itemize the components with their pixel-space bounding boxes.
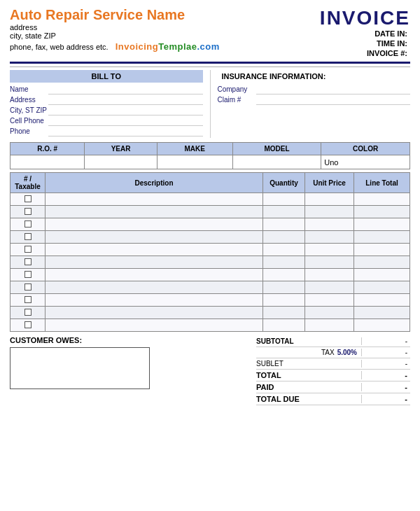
item-desc[interactable] (46, 244, 263, 256)
item-desc[interactable] (46, 281, 263, 294)
item-total[interactable] (354, 206, 410, 218)
item-desc[interactable] (46, 231, 263, 244)
item-price[interactable] (305, 193, 354, 206)
item-price[interactable] (305, 281, 354, 294)
item-qty[interactable] (263, 307, 305, 319)
item-total[interactable] (354, 231, 410, 244)
item-total[interactable] (354, 307, 410, 319)
vehicle-color[interactable]: Uno (321, 155, 410, 169)
item-checkbox[interactable] (24, 309, 31, 316)
item-qty[interactable] (263, 281, 305, 294)
address-line1: address (10, 23, 320, 31)
item-total[interactable] (354, 256, 410, 269)
item-checkbox[interactable] (24, 195, 31, 202)
items-row (10, 206, 410, 218)
date-in: DATE IN: (374, 29, 407, 38)
total-due-label: TOTAL DUE (256, 395, 304, 403)
item-checkbox[interactable] (24, 233, 31, 240)
vehicle-col-ro: R.O. # (10, 143, 85, 155)
item-checkbox[interactable] (24, 271, 31, 278)
paid-label: PAID (256, 383, 278, 391)
paid-row: PAID - (256, 382, 410, 393)
item-checkbox[interactable] (24, 258, 31, 265)
subtotal-value: - (361, 337, 410, 345)
cell-value[interactable] (48, 117, 203, 126)
item-desc[interactable] (46, 269, 263, 281)
vehicle-model[interactable] (232, 155, 321, 169)
item-price[interactable] (305, 218, 354, 231)
item-checkbox[interactable] (24, 208, 31, 215)
item-price[interactable] (305, 256, 354, 269)
insurance-header: INSURANCE INFORMATION: (218, 70, 411, 83)
vehicle-col-year: YEAR (85, 143, 157, 155)
item-total[interactable] (354, 218, 410, 231)
items-row (10, 307, 410, 319)
item-total[interactable] (354, 281, 410, 294)
items-row (10, 244, 410, 256)
item-qty[interactable] (263, 269, 305, 281)
item-qty[interactable] (263, 193, 305, 206)
item-desc[interactable] (46, 218, 263, 231)
address-value[interactable] (48, 96, 203, 105)
tax-row: TAX 5.00% - (256, 347, 410, 358)
item-total[interactable] (354, 319, 410, 332)
item-desc[interactable] (46, 319, 263, 332)
logo: InvoicingTemplae.com (115, 41, 220, 52)
item-total[interactable] (354, 294, 410, 307)
phone-value[interactable] (48, 127, 203, 136)
item-total[interactable] (354, 193, 410, 206)
items-row (10, 218, 410, 231)
claim-value[interactable] (256, 96, 411, 105)
vehicle-ro[interactable] (10, 155, 85, 169)
item-price[interactable] (305, 269, 354, 281)
divider-blue (10, 62, 410, 64)
item-checkbox[interactable] (24, 220, 31, 227)
item-desc[interactable] (46, 307, 263, 319)
address-row: Address (10, 96, 203, 105)
item-num-cell (10, 218, 46, 231)
item-qty[interactable] (263, 206, 305, 218)
item-qty[interactable] (263, 231, 305, 244)
item-desc[interactable] (46, 294, 263, 307)
item-total[interactable] (354, 244, 410, 256)
item-price[interactable] (305, 244, 354, 256)
customer-owes-section: CUSTOMER OWES: (10, 336, 256, 389)
item-qty[interactable] (263, 256, 305, 269)
name-value[interactable] (48, 85, 203, 94)
item-price[interactable] (305, 307, 354, 319)
item-price[interactable] (305, 231, 354, 244)
item-total[interactable] (354, 269, 410, 281)
item-qty[interactable] (263, 218, 305, 231)
city-label: City, ST ZIP (10, 106, 48, 115)
item-num-cell (10, 256, 46, 269)
item-desc[interactable] (46, 193, 263, 206)
vehicle-col-color: COLOR (321, 143, 410, 155)
sublet-label: SUBLET (256, 360, 288, 368)
vehicle-year[interactable] (85, 155, 157, 169)
item-qty[interactable] (263, 319, 305, 332)
items-col-desc: Description (46, 173, 263, 193)
customer-owes-box[interactable] (10, 347, 150, 389)
item-price[interactable] (305, 206, 354, 218)
items-col-qty: Quantity (263, 173, 305, 193)
vehicle-make[interactable] (157, 155, 232, 169)
item-price[interactable] (305, 294, 354, 307)
city-value[interactable] (48, 106, 203, 115)
item-checkbox[interactable] (24, 284, 31, 290)
item-num-cell (10, 244, 46, 256)
header: Auto Repair Service Name address city, s… (10, 7, 410, 59)
item-desc[interactable] (46, 206, 263, 218)
item-price[interactable] (305, 319, 354, 332)
name-row: Name (10, 85, 203, 94)
company-value[interactable] (256, 85, 411, 94)
cell-label: Cell Phone (10, 117, 48, 126)
company-name: Auto Repair Service Name (10, 7, 320, 23)
city-row: City, ST ZIP (10, 106, 203, 115)
item-checkbox[interactable] (24, 321, 31, 328)
item-qty[interactable] (263, 244, 305, 256)
item-qty[interactable] (263, 294, 305, 307)
item-checkbox[interactable] (24, 246, 31, 253)
item-desc[interactable] (46, 256, 263, 269)
items-row (10, 231, 410, 244)
item-checkbox[interactable] (24, 296, 31, 303)
